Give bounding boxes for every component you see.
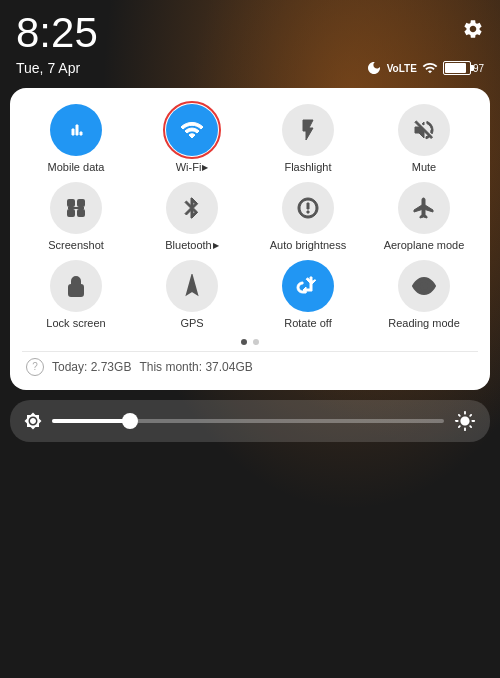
qs-item-reading-mode[interactable]: Reading mode (370, 260, 478, 330)
gps-icon-wrap (166, 260, 218, 312)
today-usage: Today: 2.73GB (52, 360, 131, 374)
auto-brightness-icon-wrap (282, 182, 334, 234)
mute-label: Mute (412, 161, 436, 174)
qs-item-screenshot[interactable]: Screenshot (22, 182, 130, 252)
wifi-icon-wrap (166, 104, 218, 156)
brightness-track[interactable] (52, 419, 444, 423)
qs-item-mobile-data[interactable]: Mobile data (22, 104, 130, 174)
qs-item-auto-brightness[interactable]: Auto brightness (254, 182, 362, 252)
brightness-high-icon (454, 410, 476, 432)
date-row: Tue, 7 Apr VoLTE 97 (0, 58, 500, 84)
dot-2 (253, 339, 259, 345)
aeroplane-icon-wrap (398, 182, 450, 234)
bluetooth-arrow-icon: ▶ (213, 241, 219, 250)
quick-settings-grid: Mobile data Wi-Fi ▶ (22, 104, 478, 331)
brightness-thumb[interactable] (122, 413, 138, 429)
settings-icon[interactable] (462, 18, 484, 40)
mute-icon (412, 118, 436, 142)
qs-item-wifi[interactable]: Wi-Fi ▶ (138, 104, 246, 174)
qs-item-flashlight[interactable]: Flashlight (254, 104, 362, 174)
date-display: Tue, 7 Apr (16, 60, 80, 76)
time-display: 8:25 (16, 12, 98, 54)
aeroplane-icon (412, 196, 436, 220)
rotate-label: Rotate off (284, 317, 332, 330)
status-bar: 8:25 (0, 0, 500, 58)
flashlight-icon-wrap (282, 104, 334, 156)
mute-icon-wrap (398, 104, 450, 156)
flashlight-icon (296, 118, 320, 142)
qs-item-gps[interactable]: GPS (138, 260, 246, 330)
volte-icon: VoLTE (387, 63, 417, 74)
quick-settings-panel: Mobile data Wi-Fi ▶ (10, 88, 490, 390)
svg-rect-3 (78, 210, 84, 216)
lock-icon (64, 274, 88, 298)
brightness-low-icon (24, 412, 42, 430)
mobile-data-icon (64, 118, 88, 142)
reading-mode-icon-wrap (398, 260, 450, 312)
gps-icon (180, 274, 204, 298)
wifi-label-wrap: Wi-Fi ▶ (176, 161, 209, 174)
screenshot-icon (64, 196, 88, 220)
battery-indicator: 97 (443, 61, 484, 75)
wifi-arrow-icon: ▶ (202, 163, 208, 172)
wifi-icon (180, 118, 204, 142)
auto-brightness-label: Auto brightness (270, 239, 346, 252)
aeroplane-label: Aeroplane mode (384, 239, 465, 252)
flashlight-label: Flashlight (284, 161, 331, 174)
auto-brightness-icon (296, 196, 320, 220)
signal-icon (422, 60, 438, 76)
qs-item-rotate[interactable]: Rotate off (254, 260, 362, 330)
data-usage-icon: ? (26, 358, 44, 376)
moon-icon (366, 60, 382, 76)
bluetooth-label-wrap: Bluetooth ▶ (165, 239, 218, 252)
status-icons (462, 12, 484, 40)
mobile-data-label: Mobile data (48, 161, 105, 174)
eye-icon (412, 274, 436, 298)
qs-item-bluetooth[interactable]: Bluetooth ▶ (138, 182, 246, 252)
svg-rect-1 (78, 200, 84, 206)
svg-rect-6 (69, 285, 83, 296)
qs-item-lock-screen[interactable]: Lock screen (22, 260, 130, 330)
bluetooth-label: Bluetooth (165, 239, 211, 252)
mobile-data-icon-wrap (50, 104, 102, 156)
gps-label: GPS (180, 317, 203, 330)
lock-screen-icon-wrap (50, 260, 102, 312)
rotate-icon (296, 274, 320, 298)
pagination-dots (22, 339, 478, 345)
bluetooth-icon (180, 196, 204, 220)
rotate-icon-wrap (282, 260, 334, 312)
battery-percent: 97 (473, 63, 484, 74)
screenshot-icon-wrap (50, 182, 102, 234)
reading-mode-label: Reading mode (388, 317, 460, 330)
brightness-fill (52, 419, 130, 423)
lock-screen-label: Lock screen (46, 317, 105, 330)
brightness-slider-container[interactable] (10, 400, 490, 442)
qs-item-aeroplane[interactable]: Aeroplane mode (370, 182, 478, 252)
month-usage: This month: 37.04GB (139, 360, 252, 374)
svg-point-7 (421, 283, 427, 289)
wifi-label: Wi-Fi (176, 161, 202, 174)
qs-item-mute[interactable]: Mute (370, 104, 478, 174)
screenshot-label: Screenshot (48, 239, 104, 252)
data-usage-row: ? Today: 2.73GB This month: 37.04GB (22, 351, 478, 378)
bluetooth-icon-wrap (166, 182, 218, 234)
dot-1 (241, 339, 247, 345)
date-status-icons: VoLTE 97 (366, 60, 484, 76)
